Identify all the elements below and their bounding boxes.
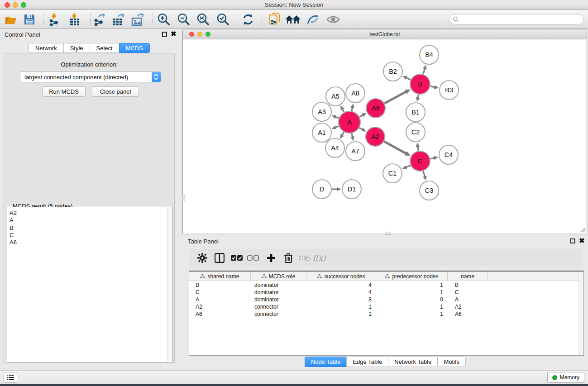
export-network-icon[interactable] — [92, 12, 107, 27]
cell-predecessor-nodes[interactable]: 1 — [376, 281, 448, 289]
table-scrollbar[interactable] — [578, 272, 583, 355]
tab-mcds[interactable]: MCDS — [119, 43, 150, 53]
graph-node-B3[interactable]: B3 — [440, 81, 459, 100]
tab-select[interactable]: Select — [90, 43, 119, 53]
graph-node-A6[interactable]: A6 — [366, 99, 385, 118]
cell-shared-name[interactable]: C — [189, 289, 251, 296]
graph-edge-C-C3[interactable] — [423, 171, 425, 177]
column-header-name[interactable]: name — [448, 272, 488, 281]
refresh-layout-icon[interactable] — [240, 12, 256, 27]
cell-MCDS-role[interactable]: connector — [251, 303, 306, 310]
graph-node-C3[interactable]: C3 — [420, 181, 439, 200]
table-row[interactable]: Adominator80A — [189, 296, 488, 303]
memory-button[interactable]: Memory — [547, 372, 584, 383]
graph-node-A[interactable]: A — [339, 111, 360, 133]
delete-column-icon[interactable] — [281, 251, 296, 265]
graph-edge-B-B4[interactable] — [423, 68, 425, 74]
mcds-result-list[interactable]: A2ABCA6 — [8, 207, 167, 362]
cell-successor-nodes[interactable]: 8 — [306, 296, 376, 303]
cell-name[interactable]: A — [448, 296, 488, 303]
export-image-icon[interactable] — [130, 12, 146, 27]
cell-successor-nodes[interactable]: 1 — [306, 310, 376, 318]
close-table-panel-icon[interactable]: ✖ — [579, 237, 585, 245]
search-input[interactable] — [459, 16, 583, 23]
close-panel-icon[interactable]: ✖ — [171, 30, 177, 38]
cell-MCDS-role[interactable]: connector — [251, 310, 306, 318]
table-row[interactable]: Cdominator41C — [189, 289, 488, 296]
cell-MCDS-role[interactable]: dominator — [251, 289, 306, 296]
cell-name[interactable]: B — [448, 281, 488, 289]
cell-predecessor-nodes[interactable]: 0 — [376, 296, 448, 303]
cell-successor-nodes[interactable]: 4 — [306, 281, 376, 289]
graph-node-B1[interactable]: B1 — [406, 103, 425, 122]
window-resize-grip[interactable] — [579, 226, 586, 232]
settings-gear-icon[interactable] — [195, 251, 210, 265]
cell-name[interactable]: C — [448, 289, 488, 296]
tab-motifs[interactable]: Motifs — [437, 357, 466, 367]
network-canvas[interactable]: B4B2BB3A8A5A6A3B1AC2A1A2A4A7C4CC1DD1C3 — [183, 39, 587, 234]
result-item[interactable]: A — [10, 217, 167, 224]
table-row[interactable]: A2connector11A2 — [189, 303, 488, 310]
cell-shared-name[interactable]: A6 — [189, 310, 251, 318]
toggle-column-view-icon[interactable] — [212, 251, 227, 265]
cell-MCDS-role[interactable]: dominator — [251, 296, 306, 303]
graph-edge-A6-B[interactable] — [384, 91, 406, 103]
graph-node-D1[interactable]: D1 — [342, 180, 361, 199]
column-header-shared-name[interactable]: shared name — [189, 272, 251, 281]
close-panel-button[interactable]: Close panel — [92, 86, 139, 97]
tab-network[interactable]: Network — [29, 43, 63, 53]
show-graphics-details-icon[interactable] — [325, 12, 341, 27]
table-row[interactable]: A6connector11A6 — [189, 310, 488, 318]
task-history-button[interactable] — [4, 372, 17, 383]
graph-node-B2[interactable]: B2 — [383, 62, 402, 81]
result-item[interactable]: A2 — [10, 210, 167, 217]
cell-shared-name[interactable]: A2 — [189, 303, 251, 310]
import-network-icon[interactable] — [47, 12, 62, 27]
new-network-from-selection-icon[interactable] — [267, 12, 282, 27]
criterion-select[interactable]: largest connected component (directed) — [20, 71, 161, 82]
result-item[interactable]: A6 — [10, 239, 167, 246]
graph-node-D[interactable]: D — [312, 180, 331, 199]
zoom-selected-icon[interactable] — [215, 12, 231, 27]
result-scrollbar[interactable] — [167, 207, 172, 362]
graph-node-B4[interactable]: B4 — [420, 45, 439, 64]
cell-predecessor-nodes[interactable]: 1 — [376, 303, 448, 310]
cell-successor-nodes[interactable]: 1 — [306, 303, 376, 310]
graph-node-A3[interactable]: A3 — [312, 102, 331, 121]
table-row[interactable]: Bdominator41B — [189, 281, 488, 289]
cell-predecessor-nodes[interactable]: 1 — [376, 310, 448, 318]
graph-node-A5[interactable]: A5 — [326, 87, 345, 106]
hide-graphics-details-icon[interactable] — [305, 12, 320, 27]
tab-edge-table[interactable]: Edge Table — [346, 357, 388, 367]
unselect-all-rows-icon[interactable] — [246, 251, 260, 265]
zoom-out-icon[interactable] — [176, 12, 191, 27]
function-builder-icon[interactable]: f(x) — [312, 251, 326, 265]
column-header-successor-nodes[interactable]: successor nodes — [306, 272, 376, 281]
select-all-rows-icon[interactable] — [229, 251, 244, 265]
cell-predecessor-nodes[interactable]: 1 — [376, 289, 448, 296]
graph-node-C1[interactable]: C1 — [383, 164, 402, 183]
float-table-panel-icon[interactable] — [570, 238, 575, 243]
graph-node-A2[interactable]: A2 — [366, 127, 385, 146]
cell-successor-nodes[interactable]: 4 — [306, 289, 376, 296]
graph-node-C[interactable]: C — [410, 151, 430, 171]
import-table-icon[interactable] — [67, 12, 83, 27]
graph-node-A7[interactable]: A7 — [346, 142, 365, 161]
graph-edge-A2-C[interactable] — [384, 142, 406, 154]
graph-node-A1[interactable]: A1 — [312, 123, 331, 142]
column-header-predecessor-nodes[interactable]: predecessor nodes — [376, 272, 448, 281]
cell-MCDS-role[interactable]: dominator — [251, 281, 306, 289]
graph-node-C2[interactable]: C2 — [406, 123, 425, 142]
graph-node-C4[interactable]: C4 — [439, 145, 458, 164]
tab-node-table[interactable]: Node Table — [305, 357, 347, 367]
delete-table-icon[interactable] — [297, 251, 312, 265]
home-session-icon[interactable] — [285, 12, 301, 27]
graph-node-B[interactable]: B — [410, 74, 430, 94]
save-session-icon[interactable] — [22, 12, 37, 27]
tab-style[interactable]: Style — [63, 43, 90, 53]
graph-node-A4[interactable]: A4 — [325, 138, 344, 157]
cell-name[interactable]: A2 — [448, 303, 488, 310]
cell-name[interactable]: A6 — [448, 310, 488, 318]
tab-network-table[interactable]: Network Table — [388, 357, 437, 367]
panel-splitter-handle[interactable] — [182, 195, 185, 201]
